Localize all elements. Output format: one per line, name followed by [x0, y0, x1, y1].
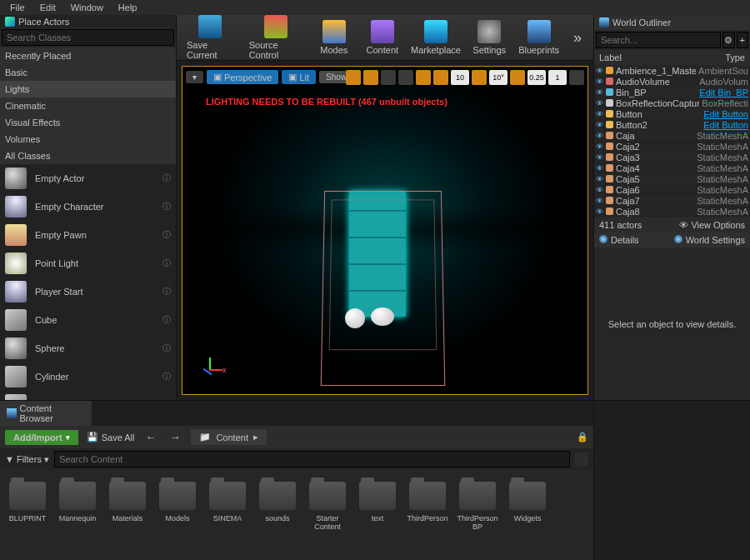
vp-grid-icon[interactable]: [416, 70, 431, 85]
actor-empty-pawn[interactable]: Empty Pawnⓘ: [0, 221, 176, 249]
visibility-icon[interactable]: 👁: [596, 99, 603, 108]
actor-cone[interactable]: Coneⓘ: [0, 391, 176, 400]
actor-empty-actor[interactable]: Empty Actorⓘ: [0, 164, 176, 192]
actor-cube[interactable]: Cubeⓘ: [0, 306, 176, 334]
vp-globe-icon[interactable]: [398, 70, 413, 85]
actor-sphere[interactable]: Sphereⓘ: [0, 334, 176, 362]
viewport-menu-ham[interactable]: ▾: [186, 71, 203, 83]
outliner-search[interactable]: [596, 32, 721, 48]
visibility-icon[interactable]: 👁: [596, 208, 603, 216]
outliner-row[interactable]: 👁Caja2StaticMeshA: [594, 141, 750, 152]
world-settings-tab[interactable]: World Settings: [674, 235, 745, 245]
folder-materials[interactable]: Materials: [108, 482, 147, 548]
folder-sinema[interactable]: SINEMA: [208, 482, 247, 548]
visibility-icon[interactable]: 👁: [596, 142, 603, 151]
outliner-row[interactable]: 👁Bin_BPEdit Bin_BP: [594, 87, 750, 98]
actor-point-light[interactable]: Point Lightⓘ: [0, 249, 176, 278]
pin-icon[interactable]: 🔒: [577, 432, 588, 442]
content-save-search-icon[interactable]: [575, 452, 588, 466]
info-icon[interactable]: ⓘ: [162, 229, 171, 241]
outliner-row[interactable]: 👁CajaStaticMeshA: [594, 130, 750, 141]
toolbar-blueprints[interactable]: Blueprints: [516, 18, 562, 57]
menu-edit[interactable]: Edit: [33, 1, 62, 14]
outliner-row[interactable]: 👁Caja7StaticMeshA: [594, 195, 750, 206]
info-icon[interactable]: ⓘ: [162, 286, 171, 298]
info-icon[interactable]: ⓘ: [162, 172, 171, 184]
vp-transform-icon[interactable]: [346, 70, 361, 85]
viewport-lit[interactable]: ▣Lit: [282, 70, 316, 84]
visibility-icon[interactable]: 👁: [596, 121, 603, 129]
outliner-row[interactable]: 👁Caja5StaticMeshA: [594, 173, 750, 184]
folder-text[interactable]: text: [358, 482, 397, 548]
toolbar-content[interactable]: Content: [361, 18, 404, 57]
visibility-icon[interactable]: 👁: [596, 186, 603, 194]
vp-angle-snap-value[interactable]: 10°: [489, 70, 508, 85]
category-visual-effects[interactable]: Visual Effects: [0, 114, 176, 131]
actor-cylinder[interactable]: Cylinderⓘ: [0, 362, 176, 391]
toolbar-marketplace[interactable]: Marketplace: [409, 18, 462, 57]
outliner-row[interactable]: 👁ButtonEdit Button: [594, 108, 750, 119]
category-basic[interactable]: Basic: [0, 64, 176, 81]
content-browser-tab[interactable]: Content Browser: [0, 401, 92, 426]
visibility-icon[interactable]: 👁: [596, 153, 603, 162]
vp-maximize-icon[interactable]: [569, 70, 584, 85]
outliner-row[interactable]: 👁Caja8StaticMeshA: [594, 206, 750, 217]
toolbar-more-icon[interactable]: »: [567, 26, 588, 50]
actor-player-start[interactable]: Player Startⓘ: [0, 278, 176, 306]
visibility-icon[interactable]: 👁: [596, 78, 603, 86]
toolbar-source-control[interactable]: Source Control: [244, 13, 308, 62]
outliner-row[interactable]: 👁Caja3StaticMeshA: [594, 152, 750, 162]
vp-scale-snap-icon[interactable]: [510, 70, 525, 85]
category-volumes[interactable]: Volumes: [0, 131, 176, 148]
folder-bluprint[interactable]: BLUPRINT: [8, 482, 47, 548]
folder-models[interactable]: Models: [158, 482, 197, 548]
outliner-type[interactable]: Edit Button: [703, 109, 748, 119]
outliner-type[interactable]: Edit Button: [703, 120, 748, 130]
path-chip[interactable]: Content▸: [191, 429, 267, 445]
outliner-view-options[interactable]: 👁 View Options: [679, 220, 745, 230]
menu-help[interactable]: Help: [112, 1, 144, 14]
toolbar-settings[interactable]: Settings: [468, 18, 511, 57]
category-cinematic[interactable]: Cinematic: [0, 98, 176, 114]
info-icon[interactable]: ⓘ: [162, 201, 171, 212]
outliner-row[interactable]: 👁Caja6StaticMeshA: [594, 184, 750, 195]
info-icon[interactable]: ⓘ: [162, 258, 171, 269]
vp-grid-snap-value[interactable]: 10: [451, 70, 469, 85]
outliner-row[interactable]: 👁Caja4StaticMeshA: [594, 162, 750, 173]
folder-sounds[interactable]: sounds: [258, 482, 297, 548]
nav-back-icon[interactable]: ←: [142, 431, 158, 443]
category-recently-placed[interactable]: Recently Placed: [0, 48, 176, 64]
nav-fwd-icon[interactable]: →: [167, 431, 182, 443]
vp-surface-icon[interactable]: [381, 70, 396, 85]
visibility-icon[interactable]: 👁: [596, 110, 603, 118]
outliner-col-label[interactable]: Label: [599, 52, 725, 62]
folder-thirdperson[interactable]: ThirdPerson: [408, 482, 447, 548]
vp-coord-icon[interactable]: [363, 70, 378, 85]
visibility-icon[interactable]: 👁: [596, 132, 603, 140]
menu-file[interactable]: File: [3, 1, 32, 14]
vp-cam-speed[interactable]: 1: [548, 70, 567, 85]
outliner-options-icon[interactable]: ⚙: [722, 32, 735, 48]
details-tab[interactable]: Details: [599, 235, 639, 245]
toolbar-save-current[interactable]: Save Current: [182, 13, 239, 62]
viewport[interactable]: ▾ ▣Perspective ▣Lit Show 10 10° 0.: [182, 66, 588, 395]
content-search[interactable]: [54, 451, 570, 468]
info-icon[interactable]: ⓘ: [162, 314, 171, 326]
visibility-icon[interactable]: 👁: [596, 164, 603, 172]
folder-starter-content[interactable]: StarterContent: [308, 482, 347, 548]
visibility-icon[interactable]: 👁: [596, 175, 603, 183]
outliner-type[interactable]: Edit Bin_BP: [699, 88, 748, 98]
vp-angle-snap-icon[interactable]: [472, 70, 487, 85]
outliner-row[interactable]: 👁Ambience_1_MasteriAmbientSou: [594, 65, 750, 76]
filters-button[interactable]: ▼ Filters ▾: [5, 454, 49, 465]
outliner-col-type[interactable]: Type: [725, 52, 745, 62]
visibility-icon[interactable]: 👁: [596, 88, 603, 97]
actor-empty-character[interactable]: Empty Characterⓘ: [0, 192, 176, 221]
visibility-icon[interactable]: 👁: [596, 67, 603, 75]
folder-widgets[interactable]: Widgets: [508, 482, 547, 548]
vp-grid-snap-icon[interactable]: [433, 70, 448, 85]
vp-scale-snap-value[interactable]: 0.25: [528, 70, 546, 85]
place-actors-search[interactable]: [2, 29, 174, 46]
add-import-button[interactable]: Add/Import: [5, 430, 78, 445]
folder-thirdperson-bp[interactable]: ThirdPersonBP: [458, 482, 497, 548]
